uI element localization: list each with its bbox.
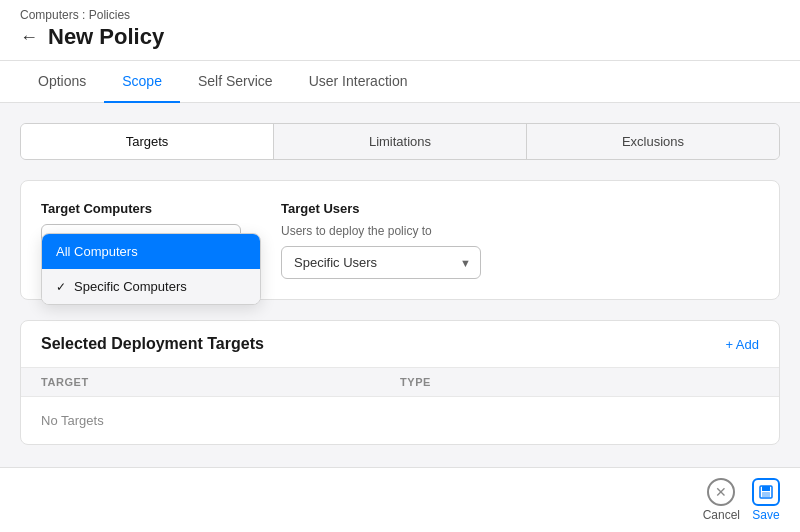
breadcrumb-policies[interactable]: Policies bbox=[89, 8, 130, 22]
target-users-col: Target Users Users to deploy the policy … bbox=[281, 201, 759, 279]
col-header-target: TARGET bbox=[41, 376, 400, 388]
specific-computers-label: Specific Computers bbox=[74, 279, 187, 294]
tab-user-interaction[interactable]: User Interaction bbox=[291, 61, 426, 103]
target-users-label: Target Users bbox=[281, 201, 759, 216]
sub-tab-exclusions[interactable]: Exclusions bbox=[527, 124, 779, 159]
breadcrumb-separator: : bbox=[79, 8, 89, 22]
page-title-row: ← New Policy bbox=[20, 24, 780, 60]
cancel-button[interactable]: ✕ Cancel bbox=[703, 478, 740, 522]
target-computers-col: Target Computers All Computers ▼ All Com… bbox=[41, 201, 241, 257]
table-header-row: TARGET TYPE bbox=[21, 368, 779, 397]
no-targets-row: No Targets bbox=[21, 397, 779, 444]
sub-tab-targets[interactable]: Targets bbox=[21, 124, 274, 159]
checkmark-icon: ✓ bbox=[56, 280, 66, 294]
specific-users-select[interactable]: All Users Specific Users bbox=[281, 246, 481, 279]
deployment-title: Selected Deployment Targets bbox=[41, 335, 264, 353]
sub-tabs: Targets Limitations Exclusions bbox=[20, 123, 780, 160]
header: Computers : Policies ← New Policy bbox=[0, 0, 800, 61]
cancel-label: Cancel bbox=[703, 508, 740, 522]
svg-rect-1 bbox=[762, 486, 770, 491]
tab-scope[interactable]: Scope bbox=[104, 61, 180, 103]
tabs-bar: Options Scope Self Service User Interact… bbox=[0, 61, 800, 103]
save-label: Save bbox=[752, 508, 779, 522]
targets-columns: Target Computers All Computers ▼ All Com… bbox=[41, 201, 759, 279]
dropdown-item-specific-computers[interactable]: ✓ Specific Computers bbox=[42, 269, 260, 304]
cancel-icon: ✕ bbox=[707, 478, 735, 506]
deployment-section: Selected Deployment Targets + Add TARGET… bbox=[20, 320, 780, 445]
sub-tab-limitations[interactable]: Limitations bbox=[274, 124, 527, 159]
footer: ✕ Cancel Save bbox=[0, 467, 800, 532]
target-computers-label: Target Computers bbox=[41, 201, 241, 216]
targets-section: Target Computers All Computers ▼ All Com… bbox=[20, 180, 780, 300]
main-content: Targets Limitations Exclusions Target Co… bbox=[0, 103, 800, 467]
save-button[interactable]: Save bbox=[752, 478, 780, 522]
specific-users-select-wrapper: All Users Specific Users ▼ bbox=[281, 246, 481, 279]
breadcrumb: Computers : Policies bbox=[20, 0, 780, 24]
dropdown-item-all-computers[interactable]: All Computers bbox=[42, 234, 260, 269]
back-button[interactable]: ← bbox=[20, 28, 38, 46]
tab-options[interactable]: Options bbox=[20, 61, 104, 103]
col-header-type: TYPE bbox=[400, 376, 759, 388]
tab-self-service[interactable]: Self Service bbox=[180, 61, 291, 103]
all-computers-label: All Computers bbox=[56, 244, 138, 259]
deployment-header: Selected Deployment Targets + Add bbox=[21, 321, 779, 368]
add-button[interactable]: + Add bbox=[725, 337, 759, 352]
breadcrumb-computers[interactable]: Computers bbox=[20, 8, 79, 22]
svg-rect-2 bbox=[762, 492, 770, 497]
page-title: New Policy bbox=[48, 24, 164, 50]
save-icon bbox=[752, 478, 780, 506]
computers-dropdown-menu: All Computers ✓ Specific Computers bbox=[41, 233, 261, 305]
target-users-sublabel: Users to deploy the policy to bbox=[281, 224, 759, 238]
